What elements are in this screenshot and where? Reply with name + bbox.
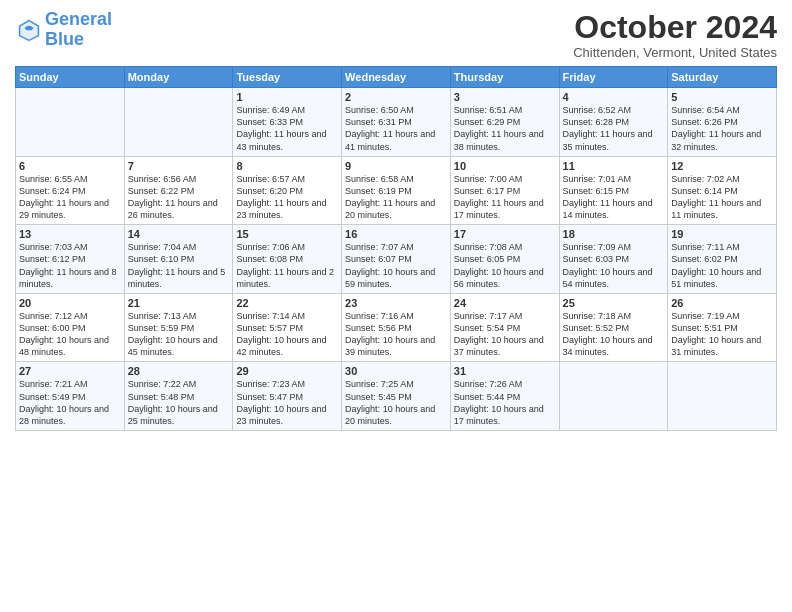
day-number: 18 [563, 228, 665, 240]
calendar-cell: 16Sunrise: 7:07 AMSunset: 6:07 PMDayligh… [342, 225, 451, 294]
day-content: Sunrise: 6:54 AMSunset: 6:26 PMDaylight:… [671, 104, 773, 153]
day-content: Sunrise: 7:06 AMSunset: 6:08 PMDaylight:… [236, 241, 338, 290]
calendar-cell: 19Sunrise: 7:11 AMSunset: 6:02 PMDayligh… [668, 225, 777, 294]
logo-blue: Blue [45, 29, 84, 49]
day-number: 12 [671, 160, 773, 172]
day-content: Sunrise: 7:23 AMSunset: 5:47 PMDaylight:… [236, 378, 338, 427]
day-content: Sunrise: 7:17 AMSunset: 5:54 PMDaylight:… [454, 310, 556, 359]
day-content: Sunrise: 7:11 AMSunset: 6:02 PMDaylight:… [671, 241, 773, 290]
calendar-cell: 31Sunrise: 7:26 AMSunset: 5:44 PMDayligh… [450, 362, 559, 431]
month-title: October 2024 [573, 10, 777, 45]
day-number: 2 [345, 91, 447, 103]
day-content: Sunrise: 7:26 AMSunset: 5:44 PMDaylight:… [454, 378, 556, 427]
calendar-cell: 23Sunrise: 7:16 AMSunset: 5:56 PMDayligh… [342, 293, 451, 362]
calendar-cell: 20Sunrise: 7:12 AMSunset: 6:00 PMDayligh… [16, 293, 125, 362]
calendar-cell: 8Sunrise: 6:57 AMSunset: 6:20 PMDaylight… [233, 156, 342, 225]
day-number: 17 [454, 228, 556, 240]
calendar-table: Sunday Monday Tuesday Wednesday Thursday… [15, 66, 777, 431]
calendar-cell: 28Sunrise: 7:22 AMSunset: 5:48 PMDayligh… [124, 362, 233, 431]
day-content: Sunrise: 7:14 AMSunset: 5:57 PMDaylight:… [236, 310, 338, 359]
calendar-cell [559, 362, 668, 431]
day-number: 10 [454, 160, 556, 172]
day-number: 22 [236, 297, 338, 309]
day-number: 4 [563, 91, 665, 103]
calendar-cell: 30Sunrise: 7:25 AMSunset: 5:45 PMDayligh… [342, 362, 451, 431]
day-content: Sunrise: 6:55 AMSunset: 6:24 PMDaylight:… [19, 173, 121, 222]
day-number: 1 [236, 91, 338, 103]
calendar-cell: 21Sunrise: 7:13 AMSunset: 5:59 PMDayligh… [124, 293, 233, 362]
col-friday: Friday [559, 67, 668, 88]
day-number: 13 [19, 228, 121, 240]
logo: General Blue [15, 10, 112, 50]
day-content: Sunrise: 7:16 AMSunset: 5:56 PMDaylight:… [345, 310, 447, 359]
calendar-cell: 29Sunrise: 7:23 AMSunset: 5:47 PMDayligh… [233, 362, 342, 431]
calendar-cell [124, 88, 233, 157]
calendar-cell [668, 362, 777, 431]
day-content: Sunrise: 6:51 AMSunset: 6:29 PMDaylight:… [454, 104, 556, 153]
calendar-week-5: 27Sunrise: 7:21 AMSunset: 5:49 PMDayligh… [16, 362, 777, 431]
calendar-cell: 26Sunrise: 7:19 AMSunset: 5:51 PMDayligh… [668, 293, 777, 362]
day-content: Sunrise: 7:07 AMSunset: 6:07 PMDaylight:… [345, 241, 447, 290]
col-saturday: Saturday [668, 67, 777, 88]
day-number: 7 [128, 160, 230, 172]
day-number: 27 [19, 365, 121, 377]
day-number: 14 [128, 228, 230, 240]
day-number: 26 [671, 297, 773, 309]
header-row: Sunday Monday Tuesday Wednesday Thursday… [16, 67, 777, 88]
page-container: General Blue October 2024 Chittenden, Ve… [0, 0, 792, 436]
day-content: Sunrise: 7:12 AMSunset: 6:00 PMDaylight:… [19, 310, 121, 359]
calendar-cell: 10Sunrise: 7:00 AMSunset: 6:17 PMDayligh… [450, 156, 559, 225]
calendar-cell: 13Sunrise: 7:03 AMSunset: 6:12 PMDayligh… [16, 225, 125, 294]
calendar-week-3: 13Sunrise: 7:03 AMSunset: 6:12 PMDayligh… [16, 225, 777, 294]
calendar-cell: 4Sunrise: 6:52 AMSunset: 6:28 PMDaylight… [559, 88, 668, 157]
day-number: 5 [671, 91, 773, 103]
calendar-body: 1Sunrise: 6:49 AMSunset: 6:33 PMDaylight… [16, 88, 777, 431]
day-content: Sunrise: 7:09 AMSunset: 6:03 PMDaylight:… [563, 241, 665, 290]
calendar-cell: 7Sunrise: 6:56 AMSunset: 6:22 PMDaylight… [124, 156, 233, 225]
day-content: Sunrise: 7:01 AMSunset: 6:15 PMDaylight:… [563, 173, 665, 222]
day-number: 6 [19, 160, 121, 172]
day-number: 8 [236, 160, 338, 172]
day-number: 3 [454, 91, 556, 103]
col-thursday: Thursday [450, 67, 559, 88]
day-content: Sunrise: 6:52 AMSunset: 6:28 PMDaylight:… [563, 104, 665, 153]
day-content: Sunrise: 7:22 AMSunset: 5:48 PMDaylight:… [128, 378, 230, 427]
day-content: Sunrise: 7:25 AMSunset: 5:45 PMDaylight:… [345, 378, 447, 427]
calendar-cell: 22Sunrise: 7:14 AMSunset: 5:57 PMDayligh… [233, 293, 342, 362]
day-content: Sunrise: 7:18 AMSunset: 5:52 PMDaylight:… [563, 310, 665, 359]
day-content: Sunrise: 6:49 AMSunset: 6:33 PMDaylight:… [236, 104, 338, 153]
day-content: Sunrise: 6:58 AMSunset: 6:19 PMDaylight:… [345, 173, 447, 222]
calendar-cell: 2Sunrise: 6:50 AMSunset: 6:31 PMDaylight… [342, 88, 451, 157]
title-block: October 2024 Chittenden, Vermont, United… [573, 10, 777, 60]
calendar-cell: 6Sunrise: 6:55 AMSunset: 6:24 PMDaylight… [16, 156, 125, 225]
calendar-cell: 11Sunrise: 7:01 AMSunset: 6:15 PMDayligh… [559, 156, 668, 225]
calendar-cell: 3Sunrise: 6:51 AMSunset: 6:29 PMDaylight… [450, 88, 559, 157]
day-content: Sunrise: 7:02 AMSunset: 6:14 PMDaylight:… [671, 173, 773, 222]
day-number: 16 [345, 228, 447, 240]
day-content: Sunrise: 7:00 AMSunset: 6:17 PMDaylight:… [454, 173, 556, 222]
col-sunday: Sunday [16, 67, 125, 88]
calendar-cell: 9Sunrise: 6:58 AMSunset: 6:19 PMDaylight… [342, 156, 451, 225]
day-content: Sunrise: 7:04 AMSunset: 6:10 PMDaylight:… [128, 241, 230, 290]
col-tuesday: Tuesday [233, 67, 342, 88]
calendar-cell: 12Sunrise: 7:02 AMSunset: 6:14 PMDayligh… [668, 156, 777, 225]
calendar-cell: 24Sunrise: 7:17 AMSunset: 5:54 PMDayligh… [450, 293, 559, 362]
day-content: Sunrise: 7:08 AMSunset: 6:05 PMDaylight:… [454, 241, 556, 290]
calendar-cell: 5Sunrise: 6:54 AMSunset: 6:26 PMDaylight… [668, 88, 777, 157]
calendar-cell: 15Sunrise: 7:06 AMSunset: 6:08 PMDayligh… [233, 225, 342, 294]
calendar-cell: 17Sunrise: 7:08 AMSunset: 6:05 PMDayligh… [450, 225, 559, 294]
calendar-week-2: 6Sunrise: 6:55 AMSunset: 6:24 PMDaylight… [16, 156, 777, 225]
day-content: Sunrise: 6:50 AMSunset: 6:31 PMDaylight:… [345, 104, 447, 153]
day-content: Sunrise: 7:19 AMSunset: 5:51 PMDaylight:… [671, 310, 773, 359]
day-number: 31 [454, 365, 556, 377]
day-number: 25 [563, 297, 665, 309]
calendar-week-1: 1Sunrise: 6:49 AMSunset: 6:33 PMDaylight… [16, 88, 777, 157]
day-number: 29 [236, 365, 338, 377]
day-content: Sunrise: 7:13 AMSunset: 5:59 PMDaylight:… [128, 310, 230, 359]
col-wednesday: Wednesday [342, 67, 451, 88]
calendar-cell: 27Sunrise: 7:21 AMSunset: 5:49 PMDayligh… [16, 362, 125, 431]
day-content: Sunrise: 6:57 AMSunset: 6:20 PMDaylight:… [236, 173, 338, 222]
calendar-cell: 1Sunrise: 6:49 AMSunset: 6:33 PMDaylight… [233, 88, 342, 157]
calendar-cell: 14Sunrise: 7:04 AMSunset: 6:10 PMDayligh… [124, 225, 233, 294]
calendar-header: Sunday Monday Tuesday Wednesday Thursday… [16, 67, 777, 88]
